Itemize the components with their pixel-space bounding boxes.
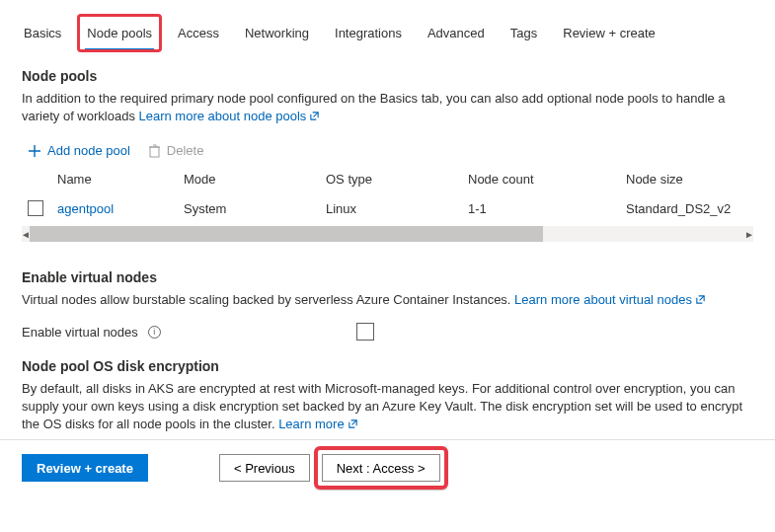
tab-basics[interactable]: Basics (22, 20, 63, 50)
disk-encryption-description: By default, all disks in AKS are encrypt… (22, 380, 753, 431)
tab-review-create[interactable]: Review + create (561, 20, 658, 50)
tabs-bar: Basics Node pools Access Networking Inte… (22, 20, 753, 50)
row-nodecount: 1-1 (468, 201, 626, 216)
col-ostype: OS type (326, 172, 468, 187)
row-ostype: Linux (326, 201, 468, 216)
section-heading-node-pools: Node pools (22, 68, 753, 84)
row-checkbox[interactable] (28, 200, 43, 216)
trash-icon (148, 144, 161, 158)
table-row[interactable]: agentpool System Linux 1-1 Standard_DS2_… (22, 194, 753, 222)
table-header-row: Name Mode OS type Node count Node size (22, 166, 753, 194)
horizontal-scrollbar[interactable]: ◄ ► (22, 226, 753, 242)
learn-more-encryption-text: Learn more (278, 417, 344, 431)
enable-virtual-nodes-checkbox[interactable] (356, 323, 374, 341)
node-pool-toolbar: Add node pool Delete (28, 143, 753, 158)
external-link-icon (695, 294, 706, 305)
enable-virtual-nodes-label: Enable virtual nodes (22, 325, 138, 340)
disk-encryption-desc-text: By default, all disks in AKS are encrypt… (22, 381, 742, 431)
row-mode: System (184, 201, 326, 216)
svg-rect-0 (150, 147, 159, 157)
wizard-footer: Review + create < Previous Next : Access… (0, 439, 775, 495)
virtual-nodes-description: Virtual nodes allow burstable scaling ba… (22, 291, 753, 309)
col-mode: Mode (184, 172, 326, 187)
plus-icon (28, 144, 41, 158)
learn-more-virtual-nodes-link[interactable]: Learn more about virtual nodes (514, 292, 706, 307)
delete-node-pool-label: Delete (167, 143, 204, 158)
previous-button[interactable]: < Previous (219, 454, 310, 482)
enable-virtual-nodes-row: Enable virtual nodes i (22, 323, 753, 341)
add-node-pool-button[interactable]: Add node pool (28, 143, 130, 158)
node-pools-description: In addition to the required primary node… (22, 90, 753, 125)
col-nodecount: Node count (468, 172, 626, 187)
col-nodesize: Node size (626, 172, 753, 187)
row-nodesize: Standard_DS2_v2 (626, 201, 753, 216)
section-heading-virtual-nodes: Enable virtual nodes (22, 269, 753, 285)
review-create-button[interactable]: Review + create (22, 454, 148, 482)
learn-more-virtual-nodes-text: Learn more about virtual nodes (514, 292, 692, 307)
external-link-icon (309, 111, 320, 121)
delete-node-pool-button[interactable]: Delete (148, 143, 204, 158)
scrollbar-thumb[interactable] (30, 226, 543, 242)
external-link-icon (348, 418, 358, 429)
tab-integrations[interactable]: Integrations (333, 20, 404, 50)
col-name: Name (57, 172, 184, 187)
next-button[interactable]: Next : Access > (322, 454, 440, 482)
row-name-link[interactable]: agentpool (57, 201, 184, 216)
add-node-pool-label: Add node pool (47, 143, 130, 158)
learn-more-node-pools-link[interactable]: Learn more about node pools (139, 109, 321, 123)
learn-more-node-pools-text: Learn more about node pools (139, 109, 307, 123)
virtual-nodes-desc-text: Virtual nodes allow burstable scaling ba… (22, 292, 514, 307)
scroll-right-arrow-icon[interactable]: ► (743, 226, 755, 242)
node-pools-desc-text: In addition to the required primary node… (22, 91, 726, 123)
learn-more-encryption-link[interactable]: Learn more (278, 417, 357, 431)
info-icon[interactable]: i (148, 326, 161, 339)
node-pools-table: Name Mode OS type Node count Node size a… (22, 166, 753, 242)
tab-networking[interactable]: Networking (243, 20, 311, 50)
section-heading-disk-encryption: Node pool OS disk encryption (22, 358, 753, 374)
tab-access[interactable]: Access (176, 20, 221, 50)
tab-advanced[interactable]: Advanced (426, 20, 487, 50)
tab-tags[interactable]: Tags (508, 20, 539, 50)
tab-node-pools[interactable]: Node pools (85, 20, 154, 50)
